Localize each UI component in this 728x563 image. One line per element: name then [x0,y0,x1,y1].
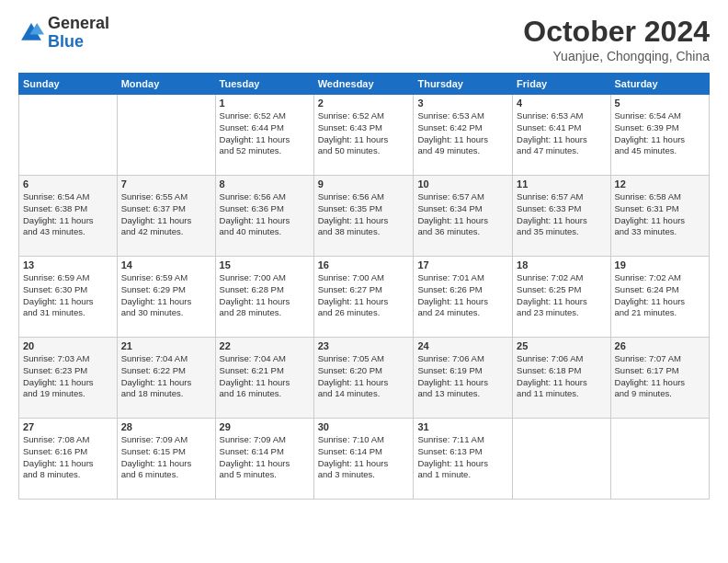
week-row-2: 6Sunrise: 6:54 AM Sunset: 6:38 PM Daylig… [19,176,710,257]
day-number: 25 [517,340,606,351]
week-row-1: 1Sunrise: 6:52 AM Sunset: 6:44 PM Daylig… [19,95,710,176]
day-detail: Sunrise: 7:02 AM Sunset: 6:25 PM Dayligh… [517,272,606,319]
weekday-sunday: Sunday [19,74,118,95]
day-detail: Sunrise: 6:53 AM Sunset: 6:41 PM Dayligh… [517,110,606,157]
day-number: 10 [417,178,508,190]
title-block: October 2024 Yuanjue, Chongqing, China [523,15,710,63]
day-detail: Sunrise: 7:04 AM Sunset: 6:22 PM Dayligh… [121,353,211,400]
day-cell: 13Sunrise: 6:59 AM Sunset: 6:30 PM Dayli… [19,257,118,338]
day-number: 20 [23,340,113,351]
day-number: 2 [318,98,410,109]
day-cell: 21Sunrise: 7:04 AM Sunset: 6:22 PM Dayli… [117,338,215,419]
day-cell: 10Sunrise: 6:57 AM Sunset: 6:34 PM Dayli… [414,176,513,257]
day-cell: 6Sunrise: 6:54 AM Sunset: 6:38 PM Daylig… [19,176,118,257]
week-row-3: 13Sunrise: 6:59 AM Sunset: 6:30 PM Dayli… [19,257,710,338]
day-detail: Sunrise: 6:54 AM Sunset: 6:38 PM Dayligh… [23,191,113,238]
day-number: 15 [220,259,310,270]
day-cell [117,95,215,176]
day-number: 14 [121,259,211,270]
day-detail: Sunrise: 6:52 AM Sunset: 6:44 PM Dayligh… [220,110,310,157]
weekday-header-row: SundayMondayTuesdayWednesdayThursdayFrid… [19,74,710,95]
day-detail: Sunrise: 7:01 AM Sunset: 6:26 PM Dayligh… [417,272,508,319]
day-cell: 28Sunrise: 7:09 AM Sunset: 6:15 PM Dayli… [117,419,215,500]
day-number: 13 [23,259,113,270]
location: Yuanjue, Chongqing, China [523,49,710,63]
day-detail: Sunrise: 7:02 AM Sunset: 6:24 PM Dayligh… [615,272,705,319]
calendar: SundayMondayTuesdayWednesdayThursdayFrid… [18,73,710,500]
day-number: 21 [121,340,211,351]
day-detail: Sunrise: 6:52 AM Sunset: 6:43 PM Dayligh… [318,110,410,157]
day-number: 27 [23,421,113,432]
day-number: 29 [220,421,310,432]
day-detail: Sunrise: 7:10 AM Sunset: 6:14 PM Dayligh… [318,434,410,481]
day-number: 1 [220,98,310,109]
logo-icon [18,20,44,46]
day-detail: Sunrise: 6:59 AM Sunset: 6:29 PM Dayligh… [121,272,211,319]
day-number: 9 [318,178,410,190]
day-cell: 9Sunrise: 6:56 AM Sunset: 6:35 PM Daylig… [313,176,414,257]
day-number: 24 [417,340,508,351]
day-detail: Sunrise: 7:09 AM Sunset: 6:15 PM Dayligh… [121,434,211,481]
day-detail: Sunrise: 7:08 AM Sunset: 6:16 PM Dayligh… [23,434,113,481]
day-detail: Sunrise: 6:58 AM Sunset: 6:31 PM Dayligh… [615,191,705,238]
day-number: 19 [615,259,705,270]
day-number: 16 [318,259,410,270]
day-detail: Sunrise: 6:55 AM Sunset: 6:37 PM Dayligh… [121,191,211,238]
day-cell: 26Sunrise: 7:07 AM Sunset: 6:17 PM Dayli… [610,338,709,419]
day-detail: Sunrise: 6:56 AM Sunset: 6:36 PM Dayligh… [220,191,310,238]
day-detail: Sunrise: 7:06 AM Sunset: 6:18 PM Dayligh… [517,353,606,400]
day-cell: 2Sunrise: 6:52 AM Sunset: 6:43 PM Daylig… [313,95,414,176]
day-cell: 15Sunrise: 7:00 AM Sunset: 6:28 PM Dayli… [215,257,313,338]
day-cell: 8Sunrise: 6:56 AM Sunset: 6:36 PM Daylig… [215,176,313,257]
day-cell: 16Sunrise: 7:00 AM Sunset: 6:27 PM Dayli… [313,257,414,338]
weekday-wednesday: Wednesday [313,74,414,95]
header: General Blue October 2024 Yuanjue, Chong… [18,15,710,63]
day-cell: 20Sunrise: 7:03 AM Sunset: 6:23 PM Dayli… [19,338,118,419]
day-number: 23 [318,340,410,351]
day-cell: 18Sunrise: 7:02 AM Sunset: 6:25 PM Dayli… [513,257,610,338]
day-number: 8 [220,178,310,190]
day-detail: Sunrise: 6:57 AM Sunset: 6:33 PM Dayligh… [517,191,606,238]
day-number: 3 [417,98,508,109]
day-cell: 27Sunrise: 7:08 AM Sunset: 6:16 PM Dayli… [19,419,118,500]
day-cell: 17Sunrise: 7:01 AM Sunset: 6:26 PM Dayli… [414,257,513,338]
day-detail: Sunrise: 7:11 AM Sunset: 6:13 PM Dayligh… [417,434,508,481]
week-row-5: 27Sunrise: 7:08 AM Sunset: 6:16 PM Dayli… [19,419,710,500]
day-detail: Sunrise: 7:06 AM Sunset: 6:19 PM Dayligh… [417,353,508,400]
day-detail: Sunrise: 7:00 AM Sunset: 6:27 PM Dayligh… [318,272,410,319]
page: General Blue October 2024 Yuanjue, Chong… [0,0,728,563]
day-number: 22 [220,340,310,351]
day-detail: Sunrise: 7:05 AM Sunset: 6:20 PM Dayligh… [318,353,410,400]
day-detail: Sunrise: 6:54 AM Sunset: 6:39 PM Dayligh… [615,110,705,157]
day-cell: 29Sunrise: 7:09 AM Sunset: 6:14 PM Dayli… [215,419,313,500]
day-detail: Sunrise: 7:04 AM Sunset: 6:21 PM Dayligh… [220,353,310,400]
weekday-saturday: Saturday [610,74,709,95]
day-number: 30 [318,421,410,432]
day-number: 18 [517,259,606,270]
day-number: 31 [417,421,508,432]
week-row-4: 20Sunrise: 7:03 AM Sunset: 6:23 PM Dayli… [19,338,710,419]
day-cell: 3Sunrise: 6:53 AM Sunset: 6:42 PM Daylig… [414,95,513,176]
day-cell: 31Sunrise: 7:11 AM Sunset: 6:13 PM Dayli… [414,419,513,500]
day-detail: Sunrise: 6:59 AM Sunset: 6:30 PM Dayligh… [23,272,113,319]
day-cell: 22Sunrise: 7:04 AM Sunset: 6:21 PM Dayli… [215,338,313,419]
day-number: 11 [517,178,606,190]
day-number: 6 [23,178,113,190]
day-cell: 25Sunrise: 7:06 AM Sunset: 6:18 PM Dayli… [513,338,610,419]
day-cell: 19Sunrise: 7:02 AM Sunset: 6:24 PM Dayli… [610,257,709,338]
day-cell [19,95,118,176]
logo: General Blue [18,15,109,52]
day-number: 28 [121,421,211,432]
day-number: 4 [517,98,606,109]
day-detail: Sunrise: 6:56 AM Sunset: 6:35 PM Dayligh… [318,191,410,238]
day-cell: 12Sunrise: 6:58 AM Sunset: 6:31 PM Dayli… [610,176,709,257]
day-detail: Sunrise: 7:03 AM Sunset: 6:23 PM Dayligh… [23,353,113,400]
weekday-tuesday: Tuesday [215,74,313,95]
weekday-monday: Monday [117,74,215,95]
day-cell: 5Sunrise: 6:54 AM Sunset: 6:39 PM Daylig… [610,95,709,176]
logo-text: General Blue [48,15,109,52]
day-detail: Sunrise: 6:57 AM Sunset: 6:34 PM Dayligh… [417,191,508,238]
day-number: 12 [615,178,705,190]
day-cell: 30Sunrise: 7:10 AM Sunset: 6:14 PM Dayli… [313,419,414,500]
day-detail: Sunrise: 7:09 AM Sunset: 6:14 PM Dayligh… [220,434,310,481]
